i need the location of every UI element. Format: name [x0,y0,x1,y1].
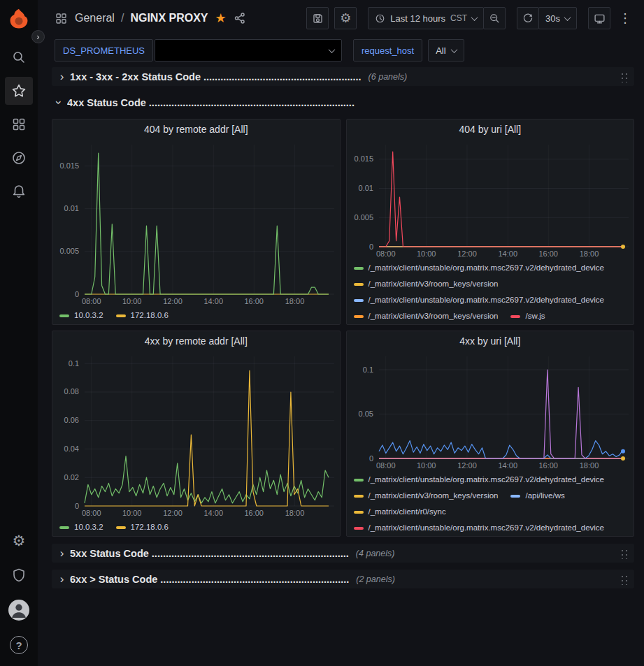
legend-series-marker [354,283,364,286]
svg-text:0.015: 0.015 [59,161,79,170]
drag-handle-icon[interactable] [620,547,629,559]
sidebar-item-dashboards[interactable] [5,110,33,138]
svg-text:0: 0 [75,502,79,510]
zoom-out-button[interactable] [483,7,506,29]
legend-item[interactable]: /_matrix/client/v3/room_keys/version [354,276,499,292]
breadcrumb-folder[interactable]: General [75,12,115,24]
legend-item[interactable]: 10.0.3.2 [59,307,103,324]
gear-icon: ⚙ [340,12,351,24]
panel-grid: 404 by remote addr [All] 08:0010:0012:00… [52,119,634,537]
legend-item[interactable]: 172.18.0.6 [116,307,169,324]
request-host-variable-select[interactable]: All [428,39,464,61]
svg-text:10:00: 10:00 [122,297,142,305]
grafana-logo[interactable] [6,6,32,32]
panel-legend: /_matrix/client/unstable/org.matrix.msc2… [347,471,634,536]
legend-item[interactable]: /_matrix/client/unstable/org.matrix.msc2… [354,520,605,536]
legend-series-marker [354,267,364,270]
bell-icon [11,184,27,199]
sidebar-item-profile[interactable] [5,596,33,624]
more-options-kebab-icon[interactable]: ⋮ [616,12,634,24]
breadcrumb-separator: / [121,12,124,24]
drag-handle-icon[interactable] [620,71,629,82]
svg-text:0.02: 0.02 [64,473,79,482]
timeseries-chart[interactable]: 08:0010:0012:0014:0016:0018:0000.020.040… [52,351,340,519]
datasource-variable-label[interactable]: DS_PROMETHEUS [55,39,153,61]
refresh-controls: 30s [517,7,577,29]
dashboard-settings-button[interactable]: ⚙ [334,7,357,29]
svg-text:16:00: 16:00 [538,249,558,258]
row-panel-count: (4 panels) [356,549,395,558]
panel-title[interactable]: 4xx by uri [All] [347,331,634,351]
refresh-interval-picker[interactable]: 30s [538,7,577,29]
refresh-interval-value: 30s [545,13,560,24]
svg-text:18:00: 18:00 [285,297,305,305]
row-title: 1xx - 3xx - 2xx Status Code ............… [70,71,362,82]
panel-legend: /_matrix/client/unstable/org.matrix.msc2… [347,259,634,324]
row-5xx[interactable]: › 5xx Status Code ......................… [52,544,634,563]
refresh-button[interactable] [517,7,539,29]
legend-item[interactable]: /_matrix/client/v3/room_keys/version [354,488,499,504]
chevron-right-icon: › [56,71,68,82]
sidebar-item-starred[interactable] [5,77,33,105]
timeseries-chart[interactable]: 08:0010:0012:0014:0016:0018:0000.0050.01… [347,139,634,259]
sidebar-item-server-admin[interactable] [5,561,33,589]
request-host-variable-label[interactable]: request_host [353,39,422,61]
datasource-variable-select[interactable] [155,39,342,61]
svg-text:08:00: 08:00 [82,509,101,517]
legend-item[interactable]: /api/live/ws [510,488,564,504]
legend-item[interactable]: /sw.js [510,308,545,324]
panel-title[interactable]: 404 by uri [All] [347,120,634,139]
legend-series-label: /_matrix/client/unstable/org.matrix.msc2… [368,260,605,276]
row-panel-count: (2 panels) [356,574,395,584]
svg-text:0: 0 [368,454,373,463]
sidebar-item-search[interactable] [5,43,33,71]
svg-text:14:00: 14:00 [204,509,224,517]
panel-404-by-remote-addr: 404 by remote addr [All] 08:0010:0012:00… [52,119,341,325]
sidebar-item-help[interactable]: ? [5,631,33,659]
sidebar-item-alerting[interactable] [5,178,33,205]
legend-item[interactable]: /_matrix/client/unstable/org.matrix.msc2… [354,292,605,308]
sidebar-expand-toggle[interactable]: › [31,30,45,43]
breadcrumb: General / NGINX PROXY [75,12,208,24]
sidebar-item-configuration[interactable]: ⚙ [5,526,33,554]
timeseries-chart[interactable]: 08:0010:0012:0014:0016:0018:0000.0050.01… [52,139,340,307]
dashboards-grid-icon[interactable] [55,12,68,25]
share-icon[interactable] [234,12,246,24]
grafana-app: ⚙ ? › [0,0,644,666]
svg-text:0.01: 0.01 [358,184,373,192]
row-1xx-3xx-2xx[interactable]: › 1xx - 3xx - 2xx Status Code ..........… [52,67,634,86]
time-controls: Last 12 hours CST [368,7,506,29]
tv-mode-button[interactable] [588,7,610,29]
time-range-picker[interactable]: Last 12 hours CST [368,7,484,29]
legend-item[interactable]: /_matrix/client/v3/room_keys/version [354,308,499,324]
row-6xx[interactable]: › 6xx > Status Code ....................… [52,570,634,588]
chevron-right-icon: › [56,547,68,559]
panel-title[interactable]: 404 by remote addr [All] [52,120,340,139]
breadcrumb-dashboard-title[interactable]: NGINX PROXY [130,12,208,24]
sidebar-item-explore[interactable] [5,144,33,172]
row-4xx[interactable]: › 4xx Status Code ......................… [52,93,634,112]
panel-title[interactable]: 4xx by remote addr [All] [52,331,340,351]
save-dashboard-button[interactable] [306,7,329,29]
svg-text:12:00: 12:00 [457,249,477,258]
legend-item[interactable]: /_matrix/client/unstable/org.matrix.msc2… [354,472,605,488]
svg-text:08:00: 08:00 [82,297,101,305]
legend-item[interactable]: /_matrix/client/r0/sync [354,504,446,520]
variables-bar: DS_PROMETHEUS request_host All [38,36,644,64]
svg-text:0: 0 [75,290,79,298]
svg-text:18:00: 18:00 [579,461,599,470]
panel-4xx-by-remote-addr: 4xx by remote addr [All] 08:0010:0012:00… [52,331,341,537]
legend-item[interactable]: /_matrix/client/unstable/org.matrix.msc2… [354,260,605,276]
legend-series-label: 172.18.0.6 [131,519,169,535]
legend-series-marker [510,495,520,498]
favorite-star-icon[interactable]: ★ [215,12,227,24]
legend-item[interactable]: 10.0.3.2 [59,519,103,535]
drag-handle-icon[interactable] [620,573,629,585]
legend-item[interactable]: 172.18.0.6 [116,519,169,535]
svg-text:0.01: 0.01 [64,204,79,212]
svg-text:12:00: 12:00 [163,509,183,517]
time-zone-label: CST [450,13,467,23]
timeseries-chart[interactable]: 08:0010:0012:0014:0016:0018:0000.050.1 [347,351,634,471]
svg-text:0: 0 [368,242,373,251]
legend-series-label: /_matrix/client/v3/room_keys/version [368,488,499,504]
